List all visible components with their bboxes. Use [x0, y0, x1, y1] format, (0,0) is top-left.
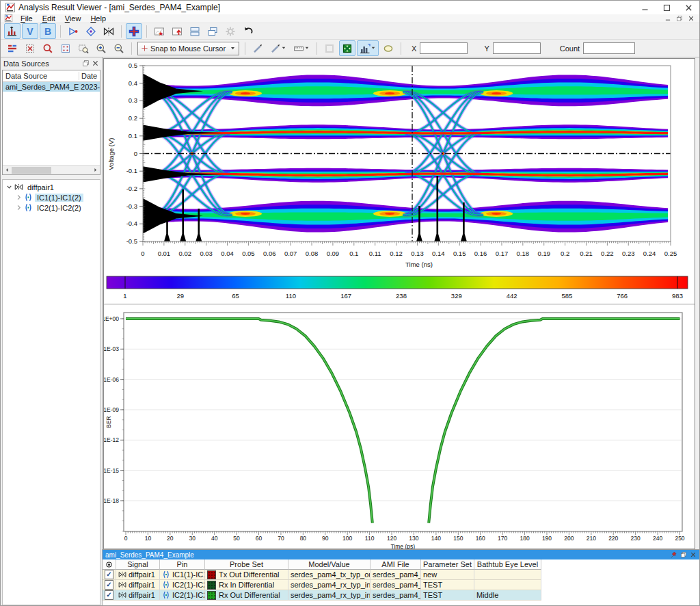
export-report-button[interactable]: [169, 23, 185, 39]
ber-view-button[interactable]: B: [40, 23, 56, 39]
svg-text:110: 110: [365, 535, 375, 542]
probe-row[interactable]: ✓diffpair1IC2(1)-IC2(2)Rx Out Differenti…: [103, 590, 700, 601]
pin-cell: IC2(1)-IC2(2): [160, 590, 205, 601]
visibility-checkbox[interactable]: ✓: [105, 570, 113, 579]
data-sources-table[interactable]: Data SourceDateami_Serdes_PAM4_Example20…: [2, 70, 100, 175]
horizontal-scrollbar[interactable]: [3, 165, 100, 174]
undo-icon: [243, 26, 254, 37]
svg-text:0.1: 0.1: [129, 132, 137, 140]
tree-node-child[interactable]: IC1(1)-IC1(2): [3, 192, 100, 202]
mdi-close-button[interactable]: [685, 14, 697, 23]
minimize-button[interactable]: [634, 1, 656, 14]
histogram-tool-button[interactable]: [357, 40, 379, 56]
arrow-right-icon: [92, 167, 98, 173]
eye-diagram-chart[interactable]: 00.010.020.030.040.050.060.070.080.090.1…: [104, 59, 693, 301]
parameter-set-cell: TEST: [421, 590, 474, 601]
close-button[interactable]: [677, 1, 699, 14]
ami-file-cell: serdes_pam4_tx: [371, 570, 421, 580]
tree-node-label: diffpair1: [25, 183, 56, 192]
svg-text:983: 983: [672, 292, 683, 300]
svg-text:1E-09: 1E-09: [104, 406, 119, 413]
cascade-windows-button[interactable]: [204, 23, 221, 39]
zoom-in-button[interactable]: [93, 40, 109, 56]
voltage-view-button[interactable]: V: [22, 23, 38, 39]
svg-text:0.4: 0.4: [129, 79, 137, 87]
menu-edit[interactable]: Edit: [38, 14, 60, 23]
svg-text:585: 585: [561, 292, 572, 300]
expander-closed-icon: [15, 204, 23, 211]
count-field[interactable]: [583, 42, 635, 54]
menu-help[interactable]: Help: [85, 14, 111, 23]
tree-node-child[interactable]: IC2(1)-IC2(2): [3, 202, 100, 213]
column-header[interactable]: Bathtub Eye Level: [474, 559, 541, 570]
svg-text:-0.5: -0.5: [126, 237, 137, 245]
probe-row[interactable]: ✓diffpair1IC2(1)-IC2(2)Rx In Differentia…: [103, 580, 700, 590]
column-header[interactable]: Probe Set: [205, 559, 288, 570]
zoom-region-button[interactable]: [22, 40, 38, 56]
receiver-select-button[interactable]: [83, 23, 99, 39]
menu-view[interactable]: View: [60, 14, 86, 23]
scroll-left-button[interactable]: [3, 166, 12, 174]
tile-windows-button[interactable]: [187, 23, 203, 39]
zoom-window-button[interactable]: [75, 40, 92, 56]
bathtub-ber-chart[interactable]: 0102030405060708090100110120130140150160…: [104, 305, 693, 551]
zoom-fit-button[interactable]: [4, 40, 21, 56]
mdi-minimize-button[interactable]: [662, 14, 673, 23]
maximize-button[interactable]: [656, 1, 677, 14]
coordinate-y-field[interactable]: [493, 42, 541, 54]
zoom-out-button[interactable]: [111, 40, 127, 56]
visibility-column-header[interactable]: [103, 559, 116, 570]
close-dock-button[interactable]: [690, 551, 697, 558]
pin-dock-button[interactable]: [671, 551, 677, 558]
coordinate-x-label: X: [412, 44, 416, 53]
coordinate-x-field[interactable]: [420, 42, 468, 54]
undo-button[interactable]: [240, 23, 256, 39]
diffpair-icon: [14, 183, 23, 192]
svg-text:167: 167: [340, 292, 351, 300]
scroll-right-button[interactable]: [91, 166, 100, 174]
visibility-checkbox[interactable]: ✓: [105, 590, 113, 600]
tree-node-root[interactable]: diffpair1: [3, 182, 100, 192]
svg-text:0.04: 0.04: [221, 250, 234, 257]
column-header-date[interactable]: Date: [79, 72, 97, 80]
diffpair-select-button[interactable]: [100, 23, 117, 39]
measure-ruler-button[interactable]: [291, 40, 312, 56]
column-header[interactable]: AMI File: [371, 559, 421, 570]
mask-icon: [324, 43, 335, 54]
measure-slope-button[interactable]: [267, 40, 289, 56]
zoom-previous-button[interactable]: [40, 40, 56, 56]
scroll-thumb: [12, 167, 51, 174]
column-header[interactable]: Signal: [116, 559, 160, 570]
app-icon: [4, 14, 13, 23]
column-header-data-source[interactable]: Data Source: [3, 72, 79, 80]
svg-text:90: 90: [322, 535, 329, 542]
tree-node-label: IC2(1)-IC2(2): [35, 204, 83, 212]
mdi-restore-button[interactable]: [673, 14, 685, 23]
eye-mask-button[interactable]: [339, 40, 355, 56]
visibility-checkbox[interactable]: ✓: [105, 580, 113, 590]
zoom-grid-button[interactable]: [57, 40, 74, 56]
settings-button[interactable]: [222, 23, 239, 39]
svg-text:★: ★: [158, 29, 163, 36]
float-dock-button[interactable]: [680, 551, 687, 558]
float-panel-button[interactable]: [82, 60, 90, 67]
ami-file-cell: serdes_pam4_rx: [371, 580, 421, 590]
img-up-icon: [172, 26, 183, 37]
column-header[interactable]: Model/Value: [288, 559, 371, 570]
column-header[interactable]: Pin: [160, 559, 205, 570]
driver-select-button[interactable]: [65, 23, 81, 39]
data-source-row[interactable]: ami_Serdes_PAM4_Example2023-: [3, 82, 100, 92]
ellipse-fit-button[interactable]: [380, 40, 396, 56]
dock-tab-title[interactable]: ami_Serdes_PAM4_Example: [105, 551, 194, 559]
export-image-button[interactable]: ★: [151, 23, 167, 39]
measure-line-button[interactable]: [250, 40, 266, 56]
eye-analysis-button[interactable]: [4, 23, 21, 39]
probe-row[interactable]: ✓diffpair1IC1(1)-IC1(2)Tx Out Differenti…: [103, 570, 700, 580]
mask-test-button[interactable]: [321, 40, 338, 56]
close-panel-button[interactable]: [92, 60, 99, 67]
snap-mode-dropdown[interactable]: Snap to Mouse Cursor: [137, 42, 239, 55]
density-colorbar: 12965110167238329442585766983: [107, 276, 688, 300]
menu-file[interactable]: File: [16, 14, 38, 23]
add-probe-button[interactable]: [126, 23, 142, 39]
column-header[interactable]: Parameter Set: [421, 559, 474, 570]
